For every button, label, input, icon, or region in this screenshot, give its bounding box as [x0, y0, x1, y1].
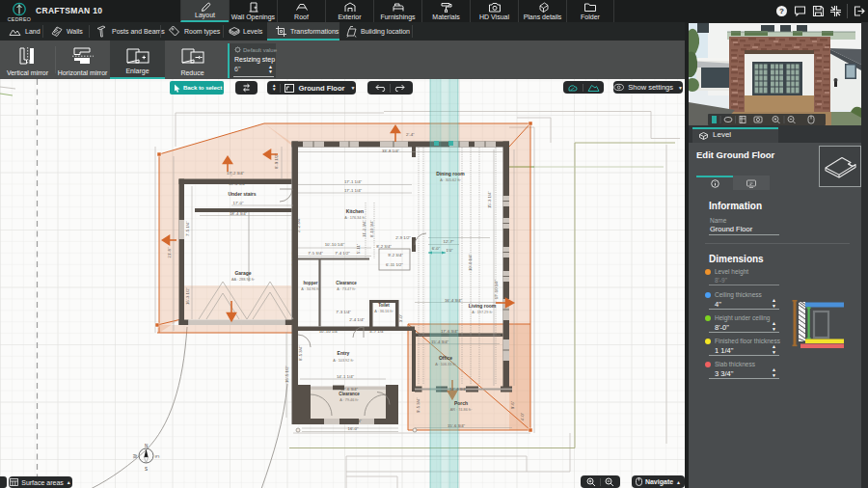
svg-text:12'-6 3/4": 12'-6 3/4" — [340, 387, 359, 392]
svg-text:3'-0": 3'-0" — [398, 313, 403, 322]
svg-text:9'-2 3/4": 9'-2 3/4" — [388, 253, 403, 258]
svg-text:N: N — [145, 444, 148, 448]
svg-text:A : 305.62 ft²: A : 305.62 ft² — [440, 178, 461, 182]
svg-text:A : 197.29 ft²: A : 197.29 ft² — [472, 311, 493, 314]
svg-text:5'-11": 5'-11" — [356, 243, 361, 254]
svg-text:Office: Office — [439, 355, 452, 361]
svg-text:A : 106.33 ft²: A : 106.33 ft² — [435, 363, 456, 366]
svg-text:A : 73.47 ft²: A : 73.47 ft² — [337, 287, 356, 291]
svg-text:8'-9 1/2": 8'-9 1/2" — [274, 153, 279, 169]
svg-text:16'-3 1/2": 16'-3 1/2" — [185, 286, 190, 305]
svg-text:Clearance: Clearance — [336, 281, 357, 285]
svg-text:14'-1 1/4": 14'-1 1/4" — [337, 374, 355, 379]
svg-text:Clearance: Clearance — [339, 392, 360, 396]
svg-text:S: S — [145, 467, 148, 472]
svg-text:8'-2 3/4": 8'-2 3/4" — [376, 244, 392, 249]
svg-text:8'-10 3/4": 8'-10 3/4" — [369, 219, 374, 237]
svg-text:33'-8 1/4": 33'-8 1/4" — [382, 149, 400, 153]
svg-text:8'-9 1/2": 8'-9 1/2" — [503, 169, 508, 184]
svg-text:Living room: Living room — [469, 303, 497, 309]
svg-text:10'-10 1/4": 10'-10 1/4" — [319, 329, 339, 334]
svg-text:15'-4 1/4": 15'-4 1/4" — [344, 419, 363, 423]
svg-text:Toilet: Toilet — [378, 303, 390, 308]
svg-text:15'-6 3/4": 15'-6 3/4" — [448, 423, 466, 428]
svg-text:2'-4 1/4": 2'-4 1/4" — [349, 317, 365, 322]
svg-text:12'-7": 12'-7" — [444, 239, 454, 244]
svg-text:A : 79.46 ft²: A : 79.46 ft² — [339, 398, 359, 402]
svg-text:2'-9 1/2": 2'-9 1/2" — [395, 235, 411, 240]
svg-text:2'-4": 2'-4" — [406, 132, 415, 137]
svg-text:hopper: hopper — [303, 281, 317, 285]
svg-text:16'-5 1/2": 16'-5 1/2" — [285, 365, 289, 383]
svg-text:6'-11 1/2": 6'-11 1/2" — [386, 262, 403, 267]
svg-text:Under stairs: Under stairs — [228, 191, 256, 197]
svg-text:Porch: Porch — [454, 400, 468, 406]
svg-text:E: E — [154, 455, 159, 458]
svg-text:1'0": 1'0" — [446, 248, 453, 253]
svg-text:A : 176.34 ft²: A : 176.34 ft² — [344, 216, 366, 220]
svg-text:10'-10 1/4": 10'-10 1/4" — [325, 242, 345, 247]
svg-text:18'-4 3/4": 18'-4 3/4" — [230, 211, 248, 216]
svg-text:9'-6": 9'-6" — [510, 400, 515, 409]
svg-text:2'-2 3/4": 2'-2 3/4" — [296, 217, 301, 232]
svg-text:4'-7 1/4": 4'-7 1/4" — [369, 329, 385, 334]
svg-text:7'-3 1/4": 7'-3 1/4" — [336, 310, 351, 314]
svg-text:Entry: Entry — [338, 350, 350, 356]
svg-text:AA : 288.94 ft²: AA : 288.94 ft² — [231, 278, 256, 282]
svg-text:18'-4 3/4": 18'-4 3/4" — [229, 181, 247, 186]
svg-text:Kitchen: Kitchen — [346, 208, 364, 214]
svg-text:9'-6 1/2": 9'-6 1/2" — [291, 251, 296, 266]
svg-text:11'-2 3/4": 11'-2 3/4" — [362, 220, 366, 237]
svg-text:16'-4 3/4": 16'-4 3/4" — [445, 298, 463, 303]
svg-text:14'-4 3/4": 14'-4 3/4" — [449, 387, 468, 392]
svg-text:7'-5 1/4": 7'-5 1/4" — [185, 221, 190, 236]
svg-text:Dining room: Dining room — [436, 171, 465, 176]
svg-text:7'-4 1/2": 7'-4 1/2" — [335, 251, 350, 256]
svg-text:17'-1 1/4": 17'-1 1/4" — [344, 188, 363, 193]
svg-text:A : 36.16 ft²: A : 36.16 ft² — [374, 310, 393, 313]
svg-text:A : 34.96 ft²: A : 34.96 ft² — [301, 287, 320, 291]
svg-text:10'-0 1/4": 10'-0 1/4" — [468, 253, 473, 271]
svg-text:21'-8": 21'-8" — [167, 247, 172, 258]
svg-text:17'-0": 17'-0" — [233, 201, 244, 205]
svg-text:17'-1 1/4": 17'-1 1/4" — [344, 179, 363, 184]
svg-text:9'-5 3/4": 9'-5 3/4" — [416, 397, 420, 413]
svg-text:4'-0": 4'-0" — [520, 412, 525, 420]
svg-text:15'-4 3/4": 15'-4 3/4" — [431, 339, 449, 344]
svg-text:?: ? — [779, 7, 784, 15]
svg-text:AR : 74.86 ft²: AR : 74.86 ft² — [450, 408, 473, 412]
svg-text:7'-5 3/4": 7'-5 3/4" — [308, 251, 323, 256]
svg-text:15'-3 1/4": 15'-3 1/4" — [487, 190, 492, 208]
svg-text:16'-0": 16'-0" — [348, 426, 359, 431]
svg-text:8'-5 3/4": 8'-5 3/4" — [298, 345, 303, 361]
svg-text:Garage: Garage — [234, 270, 251, 276]
svg-text:6'-0": 6'-0" — [432, 246, 441, 251]
svg-text:17'-10 1/4": 17'-10 1/4" — [494, 279, 499, 299]
svg-text:17'-2 3/4": 17'-2 3/4" — [227, 171, 245, 176]
svg-text:17'-6 3/4": 17'-6 3/4" — [441, 329, 459, 334]
svg-text:A : 103.92 ft²: A : 103.92 ft² — [333, 359, 354, 363]
